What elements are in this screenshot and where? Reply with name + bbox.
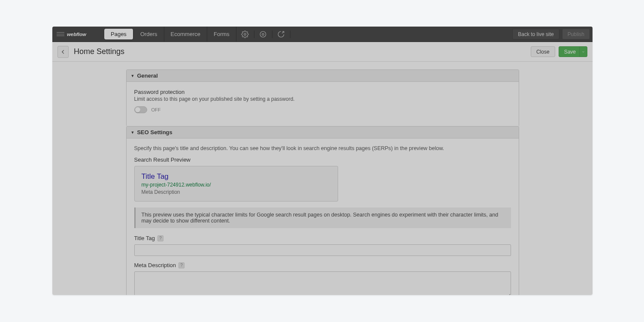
panel-seo: ▼ SEO Settings Specify this page's title…	[126, 126, 519, 295]
panel-title-general: General	[137, 72, 157, 79]
svg-point-3	[262, 33, 264, 35]
webflow-logo: webflow	[67, 31, 97, 37]
tab-ecommerce[interactable]: Ecommerce	[164, 27, 207, 42]
password-protection-desc: Limit access to this page on your publis…	[134, 96, 511, 102]
svg-text:webflow: webflow	[67, 31, 87, 36]
preview-url: my-project-724912.webflow.io/	[142, 182, 331, 188]
caret-down-icon: ▼	[131, 74, 135, 78]
chevron-down-icon[interactable]	[579, 47, 584, 57]
circle-gear-icon[interactable]	[254, 30, 272, 38]
meta-description-input[interactable]	[134, 271, 511, 295]
gear-icon[interactable]	[236, 30, 254, 38]
share-icon[interactable]	[272, 30, 290, 38]
title-tag-input[interactable]	[134, 244, 511, 256]
panel-general: ▼ General Password protection Limit acce…	[126, 69, 519, 126]
info-banner: This preview uses the typical character …	[134, 208, 511, 228]
panel-header-general[interactable]: ▼ General	[127, 70, 519, 82]
page-subheader: Home Settings Close Save	[52, 42, 593, 62]
save-button[interactable]: Save	[559, 46, 587, 57]
title-tag-label: Title Tag	[134, 235, 155, 241]
password-toggle[interactable]	[134, 106, 147, 113]
meta-desc-label: Meta Description	[134, 262, 176, 268]
seo-intro-text: Specify this page's title and descriptio…	[134, 145, 511, 151]
app-window: webflow Pages Orders Ecommerce Forms Bac…	[52, 27, 593, 295]
search-preview-label: Search Result Preview	[134, 156, 511, 163]
caret-down-icon: ▼	[131, 130, 135, 135]
tab-orders[interactable]: Orders	[134, 27, 164, 42]
preview-meta: Meta Description	[142, 189, 331, 195]
topbar: webflow Pages Orders Ecommerce Forms Bac…	[52, 27, 593, 42]
nav-tabs: Pages Orders Ecommerce Forms	[104, 27, 236, 42]
help-icon[interactable]: ?	[178, 262, 184, 268]
toggle-state-label: OFF	[151, 107, 161, 112]
svg-point-1	[244, 33, 246, 35]
close-button[interactable]: Close	[531, 46, 555, 57]
tab-pages[interactable]: Pages	[104, 29, 133, 39]
help-icon[interactable]: ?	[157, 235, 163, 241]
content-area: ▼ General Password protection Limit acce…	[52, 62, 593, 295]
svg-point-2	[260, 31, 266, 37]
password-protection-label: Password protection	[134, 89, 511, 95]
hamburger-icon[interactable]	[57, 32, 64, 36]
save-button-label: Save	[564, 49, 576, 55]
panel-header-seo[interactable]: ▼ SEO Settings	[127, 126, 519, 138]
tab-forms[interactable]: Forms	[207, 27, 236, 42]
search-result-preview: Title Tag my-project-724912.webflow.io/ …	[134, 166, 338, 202]
back-to-live-button[interactable]: Back to live site	[512, 29, 559, 39]
page-title: Home Settings	[74, 47, 124, 56]
panel-title-seo: SEO Settings	[137, 129, 172, 135]
back-button[interactable]	[57, 46, 69, 58]
preview-title: Title Tag	[142, 172, 331, 181]
publish-button[interactable]: Publish	[562, 29, 590, 39]
